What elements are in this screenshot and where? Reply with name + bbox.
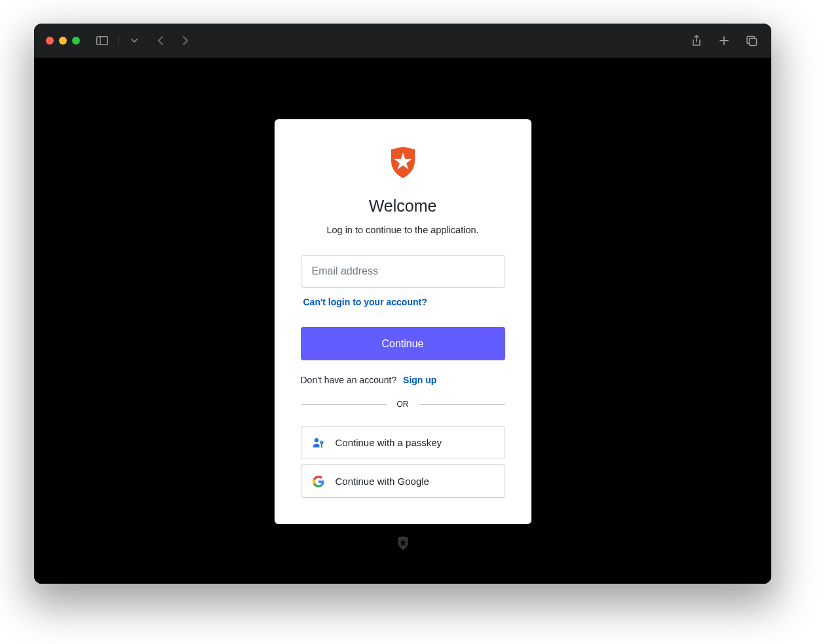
toolbar-divider <box>118 35 119 46</box>
tabs-overview-icon[interactable] <box>744 33 759 48</box>
passkey-icon <box>312 436 325 449</box>
svg-rect-0 <box>97 37 108 45</box>
divider-line <box>301 404 387 405</box>
auth0-logo-icon <box>388 145 418 182</box>
page-content: Welcome Log in to continue to the applic… <box>34 58 771 584</box>
signup-prompt-row: Don't have an account? Sign up <box>301 375 437 385</box>
divider-label: OR <box>397 400 409 409</box>
login-subtitle: Log in to continue to the application. <box>326 225 478 235</box>
sidebar-toggle-icon[interactable] <box>94 33 110 48</box>
forward-button[interactable] <box>178 33 193 48</box>
minimize-window-button[interactable] <box>59 37 67 45</box>
share-icon[interactable] <box>689 33 704 48</box>
back-button[interactable] <box>153 33 168 48</box>
cant-login-link[interactable]: Can't login to your account? <box>303 297 427 307</box>
login-title: Welcome <box>369 197 437 216</box>
continue-button[interactable]: Continue <box>301 327 505 360</box>
passkey-button-label: Continue with a passkey <box>336 437 442 448</box>
chevron-down-icon[interactable] <box>126 33 142 48</box>
continue-google-button[interactable]: Continue with Google <box>301 464 505 498</box>
window-controls <box>46 37 80 45</box>
continue-passkey-button[interactable]: Continue with a passkey <box>301 426 505 459</box>
svg-point-5 <box>321 441 322 442</box>
google-icon <box>312 475 325 488</box>
email-field[interactable] <box>301 255 505 288</box>
svg-rect-2 <box>749 38 756 45</box>
browser-window: Welcome Log in to continue to the applic… <box>34 24 771 584</box>
svg-point-3 <box>314 438 318 442</box>
close-window-button[interactable] <box>46 37 54 45</box>
maximize-window-button[interactable] <box>72 37 80 45</box>
signup-link[interactable]: Sign up <box>403 375 436 385</box>
divider: OR <box>301 400 505 409</box>
login-card: Welcome Log in to continue to the applic… <box>275 119 531 524</box>
new-tab-icon[interactable] <box>716 33 732 48</box>
signup-prompt-text: Don't have an account? <box>301 375 397 385</box>
divider-line <box>419 404 505 405</box>
auth0-footer-badge-icon <box>396 536 410 553</box>
titlebar <box>34 24 771 58</box>
google-button-label: Continue with Google <box>336 476 429 487</box>
